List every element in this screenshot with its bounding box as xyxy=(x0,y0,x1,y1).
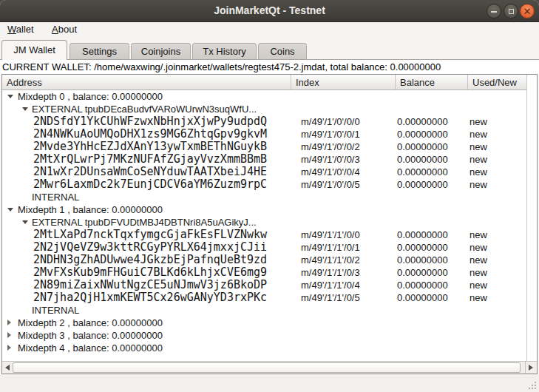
table-row[interactable]: 2N1wXr2DUnsaWmCoSeNYduwTAATXbeiJ4HE m/49… xyxy=(2,166,526,178)
maximize-button[interactable] xyxy=(504,4,518,18)
tree-row-branch-internal[interactable]: INTERNAL xyxy=(2,191,526,203)
address-cell: 2MtXrQLwrPj7MKzNUFAfZGjayVvzXmmBBmB xyxy=(2,153,291,166)
used-cell: new xyxy=(468,115,525,128)
balance-cell: 0.00000000 xyxy=(396,128,468,141)
menu-about[interactable]: About xyxy=(44,22,84,38)
balance-cell: 0.00000000 xyxy=(396,229,468,241)
expander-collapsed-icon[interactable] xyxy=(7,332,11,338)
column-header-address[interactable]: Address xyxy=(2,75,291,90)
table-row[interactable]: 2N89miZaixNWutNgzCE5uNJmwV3jz6BkoDP m/49… xyxy=(2,279,526,291)
menu-wallet-accel: W xyxy=(7,24,16,35)
balance-cell: 0.00000000 xyxy=(396,266,468,279)
table-row[interactable]: 2MtLXaPd7nckTqxfymgcGjaFkEsFLVZNwkw m/49… xyxy=(2,229,526,241)
menubar: Wallet About xyxy=(0,22,539,38)
index-cell: m/49'/1'/1'/0/1 xyxy=(291,241,396,254)
index-cell: m/49'/1'/1'/0/0 xyxy=(291,229,396,241)
index-cell: m/49'/1'/1'/0/5 xyxy=(291,291,396,304)
address-cell: 2MtLXaPd7nckTqxfymgcGjaFkEsFLVZNwkw xyxy=(2,229,291,241)
expander-expanded-icon[interactable] xyxy=(22,107,28,111)
branch-label: INTERNAL xyxy=(2,304,79,317)
mixdepth-label: Mixdepth 0 , balance: 0.00000000 xyxy=(2,90,163,103)
wallet-tree: Address Index Balance Used/New Mixdepth … xyxy=(1,74,538,374)
scrollbar-thumb[interactable] xyxy=(13,362,521,373)
address-cell: 2N7jha2QjH1xmKEWT5Cx26wGANyYD3rxPKc xyxy=(2,291,291,304)
expander-expanded-icon[interactable] xyxy=(7,208,13,212)
tab-jm-wallet[interactable]: JM Wallet xyxy=(1,40,67,60)
tab-pane-border xyxy=(0,59,539,60)
menu-about-accel: A xyxy=(52,24,58,35)
tree-row-branch-external[interactable]: EXTERNAL tpubDFVUDtMBJ4DBTNri8A5uAGikyJ.… xyxy=(2,216,526,229)
address-cell: 2MvFXsKub9mFHGuiC7BLKd6kLhjxCVE6mg9 xyxy=(2,266,291,279)
mixdepth-label: Mixdepth 4 , balance: 0.00000000 xyxy=(2,342,163,354)
table-row[interactable]: 2N4NWKuAoUMQoDHX1zs9MG6ZhtqGpv9gkvM m/49… xyxy=(2,128,526,141)
scroll-right-icon[interactable] xyxy=(529,365,533,371)
app-window: JoinMarketQt - Testnet ✕ Wallet About JM… xyxy=(0,0,539,392)
tab-coins[interactable]: Coins xyxy=(258,43,307,59)
current-wallet-label: CURRENT WALLET: /home/waxwing/.joinmarke… xyxy=(0,60,539,74)
used-cell: new xyxy=(468,153,525,166)
table-row[interactable]: 2MtXrQLwrPj7MKzNUFAfZGjayVvzXmmBBmB m/49… xyxy=(2,153,526,166)
tree-viewport: Mixdepth 0 , balance: 0.00000000 EXTERNA… xyxy=(2,90,526,361)
index-cell: m/49'/1'/0'/0/5 xyxy=(291,178,396,191)
used-cell: new xyxy=(468,229,525,241)
close-button[interactable]: ✕ xyxy=(520,4,535,18)
balance-cell: 0.00000000 xyxy=(396,153,468,166)
table-row[interactable]: 2Mwr6LaxmDc2k7EunjCDCV6aYM6Zuzm9rpC m/49… xyxy=(2,178,526,191)
tab-settings[interactable]: Settings xyxy=(70,43,129,59)
balance-cell: 0.00000000 xyxy=(396,141,468,153)
balance-cell: 0.00000000 xyxy=(396,115,468,128)
tree-row-branch-internal[interactable]: INTERNAL xyxy=(2,304,526,317)
titlebar[interactable]: JoinMarketQt - Testnet ✕ xyxy=(0,0,539,22)
tree-row-mixdepth-3[interactable]: Mixdepth 3 , balance: 0.00000000 xyxy=(2,329,526,342)
menu-wallet[interactable]: Wallet xyxy=(0,22,41,38)
table-row[interactable]: 2NDSfdY1YkCUhWFzwxNbHnjxXjwPy9udpdQ m/49… xyxy=(2,115,526,128)
mixdepth-label: Mixdepth 3 , balance: 0.00000000 xyxy=(2,329,163,342)
address-cell: 2Mwr6LaxmDc2k7EunjCDCV6aYM6Zuzm9rpC xyxy=(2,178,291,191)
used-cell: new xyxy=(468,279,525,291)
index-cell: m/49'/1'/0'/0/4 xyxy=(291,166,396,178)
address-cell: 2N1wXr2DUnsaWmCoSeNYduwTAATXbeiJ4HE xyxy=(2,166,291,178)
vertical-scrollbar-gutter xyxy=(526,75,537,361)
column-header-used-new[interactable]: Used/New xyxy=(468,75,526,90)
table-row[interactable]: 2NDHN3gZhADUwwe4JGkzbEjPafnqUeBt9zd m/49… xyxy=(2,254,526,266)
table-row[interactable]: 2Mvde3YhHcEZJdXAnY13ywTxmBEThNGuykB m/49… xyxy=(2,141,526,153)
resize-grip-icon[interactable] xyxy=(527,380,536,389)
expander-expanded-icon[interactable] xyxy=(7,95,13,98)
balance-cell: 0.00000000 xyxy=(396,166,468,178)
tree-row-mixdepth-2[interactable]: Mixdepth 2 , balance: 0.00000000 xyxy=(2,317,526,329)
column-header-balance[interactable]: Balance xyxy=(396,75,468,90)
tree-header: Address Index Balance Used/New xyxy=(2,75,526,90)
used-cell: new xyxy=(468,141,525,153)
tree-row-branch-external[interactable]: EXTERNAL tpubDEcaBudvfVARoWUrwN3suqWfU..… xyxy=(2,103,526,115)
used-cell: new xyxy=(468,128,525,141)
expander-collapsed-icon[interactable] xyxy=(7,345,11,351)
tab-coinjoins[interactable]: Coinjoins xyxy=(131,43,191,59)
table-row[interactable]: 2N7jha2QjH1xmKEWT5Cx26wGANyYD3rxPKc m/49… xyxy=(2,291,526,304)
balance-cell: 0.00000000 xyxy=(396,241,468,254)
expander-expanded-icon[interactable] xyxy=(22,220,28,224)
balance-cell: 0.00000000 xyxy=(396,254,468,266)
balance-cell: 0.00000000 xyxy=(396,178,468,191)
table-row[interactable]: 2MvFXsKub9mFHGuiC7BLKd6kLhjxCVE6mg9 m/49… xyxy=(2,266,526,279)
index-cell: m/49'/1'/1'/0/3 xyxy=(291,266,396,279)
tree-row-mixdepth-0[interactable]: Mixdepth 0 , balance: 0.00000000 xyxy=(2,90,526,103)
expander-collapsed-icon[interactable] xyxy=(7,320,11,325)
index-cell: m/49'/1'/0'/0/0 xyxy=(291,115,396,128)
table-row[interactable]: 2N2jVQeVZ9w3kttRCGyPYRLX64jmxxjCJii m/49… xyxy=(2,241,526,254)
column-header-index[interactable]: Index xyxy=(291,75,396,90)
index-cell: m/49'/1'/1'/0/4 xyxy=(291,279,396,291)
menu-wallet-rest: allet xyxy=(16,24,34,35)
tab-tx-history[interactable]: Tx History xyxy=(192,43,257,59)
used-cell: new xyxy=(468,266,525,279)
tree-row-mixdepth-4[interactable]: Mixdepth 4 , balance: 0.00000000 xyxy=(2,342,526,354)
index-cell: m/49'/1'/0'/0/1 xyxy=(291,128,396,141)
minimize-button[interactable] xyxy=(487,4,501,18)
address-cell: 2Mvde3YhHcEZJdXAnY13ywTxmBEThNGuykB xyxy=(2,141,291,153)
tree-row-mixdepth-1[interactable]: Mixdepth 1 , balance: 0.00000000 xyxy=(2,203,526,216)
branch-label: INTERNAL xyxy=(2,191,79,203)
scroll-left-icon[interactable] xyxy=(5,365,10,371)
branch-label: EXTERNAL tpubDEcaBudvfVARoWUrwN3suqWfU..… xyxy=(2,103,257,115)
horizontal-scrollbar[interactable] xyxy=(2,361,537,374)
minimize-icon xyxy=(491,11,497,13)
address-cell: 2NDHN3gZhADUwwe4JGkzbEjPafnqUeBt9zd xyxy=(2,254,291,266)
